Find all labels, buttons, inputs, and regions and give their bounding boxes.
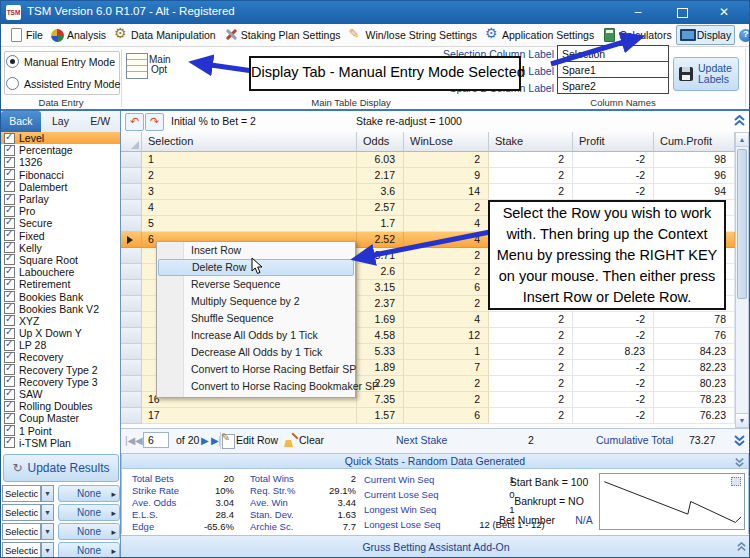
tab-e-w[interactable]: E/W [80, 111, 120, 132]
plan-item-bookies-bank-v2[interactable]: Bookies Bank V2 [1, 303, 120, 315]
cell-selection[interactable]: 17 [142, 408, 357, 424]
menu-item-application-settings[interactable]: Application Settings [481, 25, 598, 45]
cell-odds[interactable]: 5.33 [357, 344, 404, 360]
cell-profit[interactable]: -2 [573, 184, 654, 200]
cell-cum[interactable]: 76 [654, 328, 735, 344]
cell-odds[interactable]: 2.52 [357, 232, 404, 248]
context-menu-item-convert-to-horse-racing-betfair-sp[interactable]: Convert to Horse Racing Betfair SP [157, 361, 355, 378]
cell-winlose[interactable]: 9 [404, 168, 489, 184]
next-record-icon[interactable]: ▶ [201, 435, 209, 446]
cell-winlose[interactable]: 4 [404, 232, 489, 248]
main-table-options-icon[interactable] [126, 53, 148, 79]
cell-winlose[interactable]: 2 [404, 152, 489, 168]
assisted-entry-mode-radio[interactable]: Assisted Entry Mode [6, 77, 120, 90]
cell-profit[interactable]: -2 [573, 408, 654, 424]
plan-item-1-point[interactable]: 1 Point [1, 425, 120, 437]
cell-cum[interactable]: 84.23 [654, 344, 735, 360]
plan-item-percentage[interactable]: Percentage [1, 144, 120, 156]
cell-cum[interactable]: 78.23 [654, 392, 735, 408]
selection-column-input[interactable]: Selection [557, 45, 669, 62]
cell-selection[interactable]: 2 [142, 168, 357, 184]
cell-cum[interactable]: 78 [654, 312, 735, 328]
row-header-cell[interactable] [121, 248, 142, 264]
cell-winlose[interactable]: 7 [404, 360, 489, 376]
cell-odds[interactable]: 2.37 [357, 296, 404, 312]
scrollbar-thumb[interactable] [737, 149, 747, 299]
cell-odds[interactable]: 1.57 [357, 408, 404, 424]
selector-combo[interactable]: Selectic [2, 485, 41, 502]
cell-odds[interactable]: 1.89 [357, 360, 404, 376]
cell-odds[interactable]: 1.69 [357, 312, 404, 328]
cell-winlose[interactable]: 4 [404, 312, 489, 328]
plan-item-rolling-doubles[interactable]: Rolling Doubles [1, 400, 120, 412]
cell-winlose[interactable]: 6 [404, 408, 489, 424]
plan-item-square-root[interactable]: Square Root [1, 254, 120, 266]
selector-none-button[interactable]: None [58, 542, 120, 558]
table-row[interactable]: 33.6142-294 [121, 184, 735, 200]
plan-item-pro[interactable]: Pro [1, 205, 120, 217]
selector-none-button[interactable]: None [58, 523, 120, 540]
cell-profit[interactable]: -2 [573, 376, 654, 392]
table-row[interactable]: 22.1792-296 [121, 168, 735, 184]
chart-zoom-icon[interactable] [731, 477, 741, 486]
cell-cum[interactable]: 96 [654, 168, 735, 184]
update-results-button[interactable]: ↻ Update Results [3, 454, 119, 482]
plan-item-recovery-type-3[interactable]: Recovery Type 3 [1, 376, 120, 388]
collapse-down-icon[interactable] [734, 434, 745, 446]
row-header-cell[interactable] [121, 216, 142, 232]
collapse-down-icon[interactable] [735, 457, 744, 467]
cell-profit[interactable]: 8.23 [573, 344, 654, 360]
cell-stake[interactable]: 2 [489, 376, 573, 392]
selector-combo[interactable]: Selectic [2, 542, 41, 558]
column-header-stake[interactable]: Stake [489, 132, 573, 152]
cell-stake[interactable]: 2 [489, 168, 573, 184]
cell-odds[interactable]: 6.03 [357, 152, 404, 168]
context-menu-item-increase-all-odds-by-1-tick[interactable]: Increase All Odds by 1 Tick [157, 327, 355, 344]
minimize-button[interactable]: – [623, 4, 653, 21]
plan-item-fibonacci[interactable]: Fibonacci [1, 169, 120, 181]
plan-item-secure[interactable]: Secure [1, 217, 120, 229]
row-header-cell[interactable] [121, 232, 142, 248]
spare2-column-input[interactable]: Spare2 [557, 77, 669, 94]
cell-selection[interactable]: 1 [142, 152, 357, 168]
plan-item-xyz[interactable]: XYZ [1, 315, 120, 327]
selector-none-button[interactable]: None [58, 504, 120, 521]
plan-item-i-tsm-plan[interactable]: i-TSM Plan [1, 437, 120, 449]
menu-item-analysis[interactable]: Analysis [47, 26, 110, 45]
scroll-down-arrow[interactable]: ▼ [736, 413, 748, 427]
context-menu-item-convert-to-horse-racing-bookmaker-sp[interactable]: Convert to Horse Racing Bookmaker SP [157, 378, 355, 395]
plan-item-retirement[interactable]: Retirement [1, 278, 120, 290]
cell-winlose[interactable]: 14 [404, 184, 489, 200]
row-header-cell[interactable] [121, 184, 142, 200]
row-header-cell[interactable] [121, 328, 142, 344]
cell-stake[interactable]: 2 [489, 328, 573, 344]
row-header-cell[interactable] [121, 168, 142, 184]
context-menu-item-multiply-sequence-by-2[interactable]: Multiply Sequence by 2 [157, 293, 355, 310]
cell-selection[interactable]: 5 [142, 216, 357, 232]
tab-back[interactable]: Back [1, 111, 41, 132]
plan-item-parlay[interactable]: Parlay [1, 193, 120, 205]
cell-odds[interactable]: 3.71 [357, 248, 404, 264]
cell-profit[interactable]: -2 [573, 168, 654, 184]
cell-cum[interactable]: 94 [654, 184, 735, 200]
cell-winlose[interactable]: 6 [404, 280, 489, 296]
selector-none-button[interactable]: None [58, 485, 120, 502]
cell-winlose[interactable]: 2 [404, 264, 489, 280]
column-header-odds[interactable]: Odds [357, 132, 404, 152]
record-number-input[interactable]: 6 [143, 432, 169, 448]
cell-cum[interactable]: 82.23 [654, 360, 735, 376]
table-row[interactable]: 171.5762-276.23 [121, 408, 735, 424]
cell-selection[interactable]: 4 [142, 200, 357, 216]
redo-button[interactable]: ↷ [145, 113, 164, 131]
chevron-down-icon[interactable]: ▼ [41, 485, 54, 502]
maximize-button[interactable] [667, 4, 697, 21]
menu-item-staking-plan-settings[interactable]: Staking Plan Settings [220, 25, 345, 45]
cell-profit[interactable]: -2 [573, 360, 654, 376]
cell-cum[interactable]: 80.23 [654, 376, 735, 392]
tab-lay[interactable]: Lay [41, 111, 81, 132]
edit-row-button[interactable]: Edit Row [236, 434, 278, 446]
manual-entry-mode-radio[interactable]: Manual Entry Mode [6, 55, 115, 68]
cell-winlose[interactable]: 2 [404, 200, 489, 216]
cell-odds[interactable]: 2.57 [357, 200, 404, 216]
cell-profit[interactable]: -2 [573, 328, 654, 344]
